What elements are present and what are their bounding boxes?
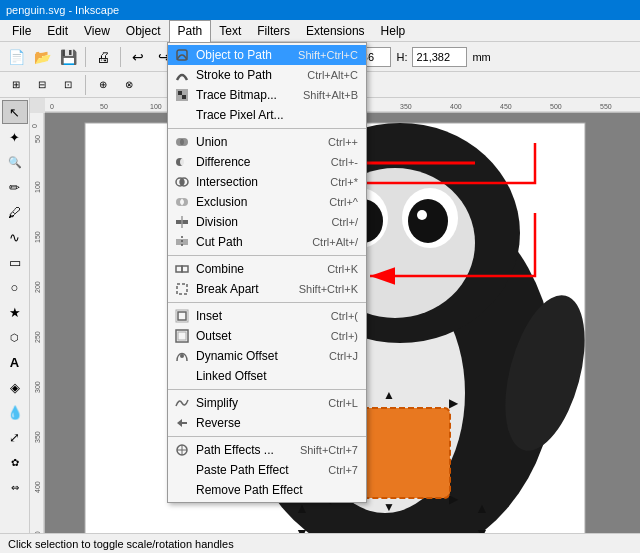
difference-shortcut: Ctrl+- [311, 156, 358, 168]
menu-inset[interactable]: Inset Ctrl+( [168, 306, 366, 326]
menu-text[interactable]: Text [211, 20, 249, 42]
trace-bitmap-icon [174, 87, 190, 103]
menu-filters[interactable]: Filters [249, 20, 298, 42]
menu-exclusion[interactable]: Exclusion Ctrl+^ [168, 192, 366, 212]
trace-pixel-art-label: Trace Pixel Art... [196, 108, 284, 122]
svg-text:400: 400 [450, 103, 462, 110]
connector-tool[interactable]: ⤢ [2, 425, 28, 449]
menu-object[interactable]: Object [118, 20, 169, 42]
difference-label: Difference [196, 155, 250, 169]
simplify-icon [174, 395, 190, 411]
exclusion-label: Exclusion [196, 195, 247, 209]
circle-tool[interactable]: ○ [2, 275, 28, 299]
new-btn[interactable]: 📄 [4, 45, 28, 69]
remove-path-effect-label: Remove Path Effect [196, 483, 303, 497]
trace-bitmap-label: Trace Bitmap... [196, 88, 277, 102]
text-tool[interactable]: A [2, 350, 28, 374]
measure-tool[interactable]: ⇔ [2, 475, 28, 499]
pen-tool[interactable]: 🖊 [2, 200, 28, 224]
svg-text:400: 400 [34, 481, 41, 493]
break-apart-shortcut: Shift+Ctrl+K [279, 283, 358, 295]
snap-btn2[interactable]: ⊟ [30, 73, 54, 97]
menu-trace-bitmap[interactable]: Trace Bitmap... Shift+Alt+B [168, 85, 366, 105]
menu-view[interactable]: View [76, 20, 118, 42]
menu-linked-offset[interactable]: Linked Offset [168, 366, 366, 386]
object-to-path-icon [174, 47, 190, 63]
dynamic-offset-shortcut: Ctrl+J [309, 350, 358, 362]
menu-file[interactable]: File [4, 20, 39, 42]
h-input[interactable] [412, 47, 467, 67]
svg-text:450: 450 [500, 103, 512, 110]
zoom-tool[interactable]: 🔍 [2, 150, 28, 174]
star-tool[interactable]: ★ [2, 300, 28, 324]
outset-shortcut: Ctrl+) [311, 330, 358, 342]
menu-paste-path-effect[interactable]: Paste Path Effect Ctrl+7 [168, 460, 366, 480]
menu-simplify[interactable]: Simplify Ctrl+L [168, 393, 366, 413]
menu-bar: File Edit View Object Path Text Filters … [0, 20, 640, 42]
snap-btn3[interactable]: ⊡ [56, 73, 80, 97]
inset-icon [174, 308, 190, 324]
undo-btn[interactable]: ↩ [126, 45, 150, 69]
snap-btn4[interactable]: ⊕ [91, 73, 115, 97]
menu-outset[interactable]: Outset Ctrl+) [168, 326, 366, 346]
select-tool[interactable]: ↖ [2, 100, 28, 124]
sep2 [120, 47, 121, 67]
svg-rect-54 [178, 91, 182, 95]
eyedrop-tool[interactable]: 💧 [2, 400, 28, 424]
menu-combine[interactable]: Combine Ctrl+K [168, 259, 366, 279]
spray-tool[interactable]: ✿ [2, 450, 28, 474]
title-bar: penguin.svg - Inkscape [0, 0, 640, 20]
node-tool[interactable]: ✦ [2, 125, 28, 149]
svg-text:50: 50 [34, 135, 41, 143]
snap-btn1[interactable]: ⊞ [4, 73, 28, 97]
ruler-corner [30, 98, 45, 113]
svg-text:200: 200 [34, 281, 41, 293]
rect-tool[interactable]: ▭ [2, 250, 28, 274]
menu-reverse[interactable]: Reverse [168, 413, 366, 433]
menu-union[interactable]: Union Ctrl++ [168, 132, 366, 152]
svg-text:500: 500 [550, 103, 562, 110]
svg-rect-68 [176, 266, 182, 272]
menu-break-apart[interactable]: Break Apart Shift+Ctrl+K [168, 279, 366, 299]
menu-division[interactable]: Division Ctrl+/ [168, 212, 366, 232]
sep-2 [168, 255, 366, 256]
path-effects-shortcut: Shift+Ctrl+7 [280, 444, 358, 456]
print-btn[interactable]: 🖨 [91, 45, 115, 69]
svg-point-57 [180, 138, 188, 146]
menu-edit[interactable]: Edit [39, 20, 76, 42]
open-btn[interactable]: 📂 [30, 45, 54, 69]
union-label: Union [196, 135, 227, 149]
menu-intersection[interactable]: Intersection Ctrl+* [168, 172, 366, 192]
cut-path-shortcut: Ctrl+Alt+/ [292, 236, 358, 248]
svg-text:100: 100 [34, 181, 41, 193]
menu-remove-path-effect[interactable]: Remove Path Effect [168, 480, 366, 500]
menu-path-effects[interactable]: Path Effects ... Shift+Ctrl+7 [168, 440, 366, 460]
menu-path[interactable]: Path [169, 20, 212, 42]
3d-box-tool[interactable]: ⬡ [2, 325, 28, 349]
menu-difference[interactable]: Difference Ctrl+- [168, 152, 366, 172]
svg-text:▼: ▼ [295, 525, 309, 533]
menu-cut-path[interactable]: Cut Path Ctrl+Alt+/ [168, 232, 366, 252]
save-btn[interactable]: 💾 [56, 45, 80, 69]
menu-object-to-path[interactable]: Object to Path Shift+Ctrl+C [168, 45, 366, 65]
svg-rect-73 [178, 332, 186, 340]
svg-text:0: 0 [50, 103, 54, 110]
exclusion-shortcut: Ctrl+^ [309, 196, 358, 208]
menu-stroke-to-path[interactable]: Stroke to Path Ctrl+Alt+C [168, 65, 366, 85]
menu-trace-pixel-art[interactable]: Trace Pixel Art... [168, 105, 366, 125]
menu-dynamic-offset[interactable]: Dynamic Offset Ctrl+J [168, 346, 366, 366]
snap-btn5[interactable]: ⊗ [117, 73, 141, 97]
menu-help[interactable]: Help [373, 20, 414, 42]
trace-pixel-art-icon [174, 107, 190, 123]
intersection-label: Intersection [196, 175, 258, 189]
menu-extensions[interactable]: Extensions [298, 20, 373, 42]
sep-3 [168, 302, 366, 303]
object-to-path-shortcut: Shift+Ctrl+C [278, 49, 358, 61]
break-apart-label: Break Apart [196, 282, 259, 296]
intersection-icon [174, 174, 190, 190]
break-apart-icon [174, 281, 190, 297]
gradient-tool[interactable]: ◈ [2, 375, 28, 399]
division-label: Division [196, 215, 238, 229]
pencil-tool[interactable]: ✏ [2, 175, 28, 199]
calligraphy-tool[interactable]: ∿ [2, 225, 28, 249]
